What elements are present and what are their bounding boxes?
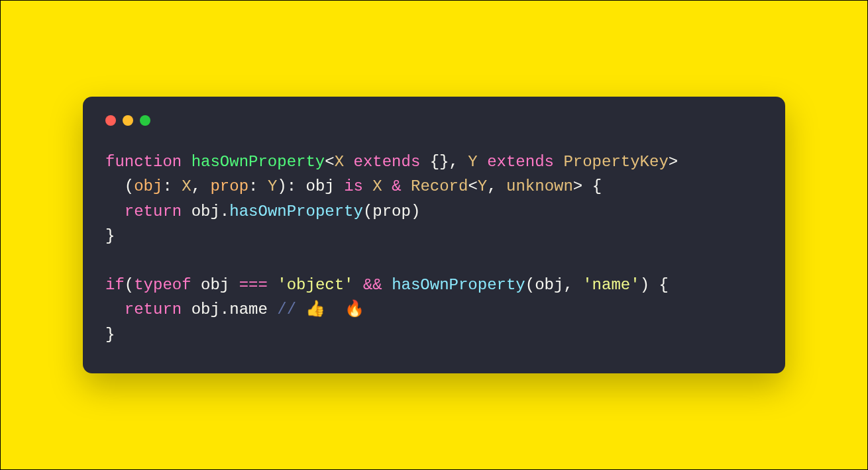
kw-extends: extends <box>487 153 554 171</box>
code-line-1: function hasOwnProperty<X extends {}, Y … <box>105 150 763 174</box>
code-line-3: return obj.hasOwnProperty(prop) <box>105 199 763 224</box>
code-line-7: return obj.name // 👍 🔥 <box>105 297 763 322</box>
code-line-4: } <box>105 224 763 248</box>
op-strict-eq: === <box>239 276 268 294</box>
call-hasOwnProperty: hasOwnProperty <box>229 203 363 220</box>
param-obj: obj <box>134 177 162 195</box>
type-X: X <box>335 153 344 171</box>
kw-if: if <box>105 276 125 294</box>
type-unknown: unknown <box>506 177 573 195</box>
type-Y: Y <box>468 153 477 171</box>
type-Record: Record <box>411 177 468 195</box>
code-line-6: if(typeof obj === 'object' && hasOwnProp… <box>105 273 763 297</box>
code-window: function hasOwnProperty<X extends {}, Y … <box>83 97 785 373</box>
traffic-light-zoom-icon <box>140 115 150 126</box>
code-line-5 <box>105 248 763 273</box>
code-line-2: (obj: X, prop: Y): obj is X & Record<Y, … <box>105 174 763 199</box>
traffic-light-minimize-icon <box>123 115 133 126</box>
comment: // 👍 🔥 <box>277 301 364 318</box>
str-name: 'name' <box>582 276 639 294</box>
kw-extends: extends <box>353 153 420 171</box>
type-PropertyKey: PropertyKey <box>563 153 668 171</box>
op-and: && <box>363 276 382 294</box>
kw-is: is <box>344 177 363 195</box>
str-object: 'object' <box>277 276 353 294</box>
kw-return: return <box>125 203 182 220</box>
param-prop: prop <box>210 177 248 195</box>
kw-return: return <box>125 301 182 318</box>
code-block: function hasOwnProperty<X extends {}, Y … <box>105 150 763 347</box>
traffic-light-close-icon <box>105 115 116 126</box>
traffic-lights <box>105 115 763 126</box>
kw-typeof: typeof <box>134 276 191 294</box>
fn-decl-name: hasOwnProperty <box>191 153 325 171</box>
code-line-8: } <box>105 322 763 347</box>
call-hasOwnProperty: hasOwnProperty <box>392 276 525 294</box>
kw-function: function <box>105 153 182 171</box>
